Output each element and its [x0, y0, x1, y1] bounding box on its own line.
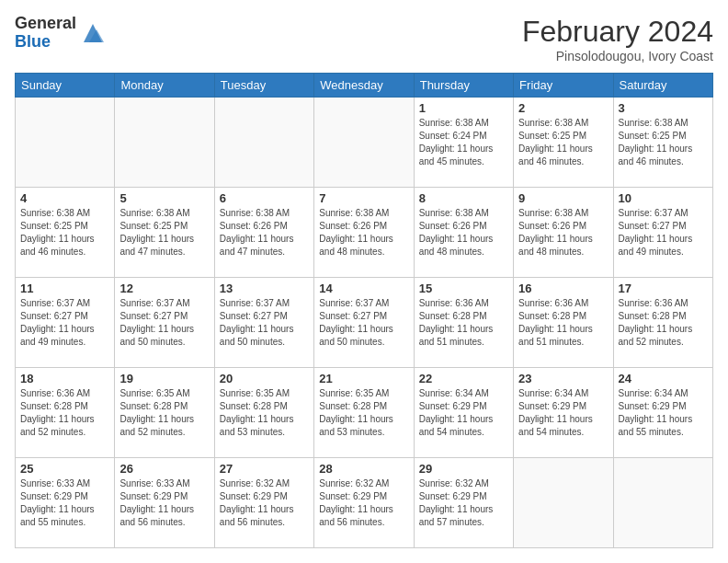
day-info: Sunrise: 6:38 AM Sunset: 6:26 PM Dayligh… [319, 207, 408, 259]
calendar-cell [314, 98, 414, 188]
day-number: 5 [119, 191, 209, 205]
day-number: 13 [220, 282, 309, 295]
day-info: Sunrise: 6:35 AM Sunset: 6:28 PM Dayligh… [319, 387, 408, 439]
day-info: Sunrise: 6:32 AM Sunset: 6:29 PM Dayligh… [419, 477, 508, 529]
calendar-cell: 16Sunrise: 6:36 AM Sunset: 6:28 PM Dayli… [514, 278, 613, 368]
calendar-cell: 29Sunrise: 6:32 AM Sunset: 6:29 PM Dayli… [414, 458, 513, 548]
day-info: Sunrise: 6:38 AM Sunset: 6:25 PM Dayligh… [119, 207, 209, 259]
week-row-3: 11Sunrise: 6:37 AM Sunset: 6:27 PM Dayli… [16, 278, 713, 368]
day-info: Sunrise: 6:33 AM Sunset: 6:29 PM Dayligh… [20, 477, 109, 529]
day-info: Sunrise: 6:37 AM Sunset: 6:27 PM Dayligh… [119, 297, 209, 349]
calendar-cell: 25Sunrise: 6:33 AM Sunset: 6:29 PM Dayli… [16, 458, 115, 548]
day-number: 1 [419, 101, 508, 115]
col-friday: Friday [514, 74, 613, 98]
day-info: Sunrise: 6:38 AM Sunset: 6:26 PM Dayligh… [518, 207, 608, 259]
col-wednesday: Wednesday [314, 74, 414, 98]
day-info: Sunrise: 6:36 AM Sunset: 6:28 PM Dayligh… [619, 297, 708, 349]
day-info: Sunrise: 6:38 AM Sunset: 6:26 PM Dayligh… [220, 207, 309, 259]
day-number: 4 [20, 191, 109, 205]
calendar-cell: 8Sunrise: 6:38 AM Sunset: 6:26 PM Daylig… [414, 188, 513, 278]
col-thursday: Thursday [414, 74, 513, 98]
day-number: 11 [20, 282, 109, 295]
calendar-cell: 17Sunrise: 6:36 AM Sunset: 6:28 PM Dayli… [613, 278, 712, 368]
day-info: Sunrise: 6:38 AM Sunset: 6:24 PM Dayligh… [419, 117, 508, 168]
day-info: Sunrise: 6:35 AM Sunset: 6:28 PM Dayligh… [119, 387, 209, 439]
calendar-header: Sunday Monday Tuesday Wednesday Thursday… [16, 74, 713, 98]
calendar-cell: 12Sunrise: 6:37 AM Sunset: 6:27 PM Dayli… [115, 278, 214, 368]
calendar-cell: 5Sunrise: 6:38 AM Sunset: 6:25 PM Daylig… [115, 188, 214, 278]
week-row-2: 4Sunrise: 6:38 AM Sunset: 6:25 PM Daylig… [16, 188, 713, 278]
day-info: Sunrise: 6:36 AM Sunset: 6:28 PM Dayligh… [20, 387, 109, 439]
calendar-table: Sunday Monday Tuesday Wednesday Thursday… [15, 73, 713, 548]
header: General Blue February 2024 Pinsolodougou… [15, 15, 713, 63]
logo-general-text: General [15, 15, 76, 33]
calendar-cell: 1Sunrise: 6:38 AM Sunset: 6:24 PM Daylig… [414, 98, 513, 188]
day-info: Sunrise: 6:37 AM Sunset: 6:27 PM Dayligh… [20, 297, 109, 349]
calendar-cell: 26Sunrise: 6:33 AM Sunset: 6:29 PM Dayli… [115, 458, 214, 548]
day-info: Sunrise: 6:38 AM Sunset: 6:26 PM Dayligh… [419, 207, 508, 259]
day-info: Sunrise: 6:37 AM Sunset: 6:27 PM Dayligh… [319, 297, 408, 349]
day-number: 9 [518, 191, 608, 205]
week-row-1: 1Sunrise: 6:38 AM Sunset: 6:24 PM Daylig… [16, 98, 713, 188]
day-number: 27 [220, 462, 309, 476]
day-number: 29 [419, 462, 508, 476]
calendar-cell: 13Sunrise: 6:37 AM Sunset: 6:27 PM Dayli… [214, 278, 313, 368]
day-info: Sunrise: 6:32 AM Sunset: 6:29 PM Dayligh… [319, 477, 408, 529]
calendar-cell: 15Sunrise: 6:36 AM Sunset: 6:28 PM Dayli… [414, 278, 513, 368]
col-saturday: Saturday [613, 74, 712, 98]
day-number: 2 [518, 101, 608, 115]
day-info: Sunrise: 6:38 AM Sunset: 6:25 PM Dayligh… [619, 117, 708, 168]
col-tuesday: Tuesday [214, 74, 313, 98]
col-monday: Monday [115, 74, 214, 98]
calendar-cell [214, 98, 313, 188]
page: General Blue February 2024 Pinsolodougou… [0, 0, 728, 563]
title-section: February 2024 Pinsolodougou, Ivory Coast [522, 15, 713, 63]
calendar-cell: 27Sunrise: 6:32 AM Sunset: 6:29 PM Dayli… [214, 458, 313, 548]
calendar-cell: 2Sunrise: 6:38 AM Sunset: 6:25 PM Daylig… [514, 98, 613, 188]
day-info: Sunrise: 6:36 AM Sunset: 6:28 PM Dayligh… [518, 297, 608, 349]
day-info: Sunrise: 6:35 AM Sunset: 6:28 PM Dayligh… [220, 387, 309, 439]
calendar-cell [514, 458, 613, 548]
calendar-cell: 24Sunrise: 6:34 AM Sunset: 6:29 PM Dayli… [613, 368, 712, 458]
calendar-cell: 3Sunrise: 6:38 AM Sunset: 6:25 PM Daylig… [613, 98, 712, 188]
day-number: 17 [619, 282, 708, 295]
day-info: Sunrise: 6:33 AM Sunset: 6:29 PM Dayligh… [119, 477, 209, 529]
day-info: Sunrise: 6:38 AM Sunset: 6:25 PM Dayligh… [20, 207, 109, 259]
day-number: 7 [319, 191, 408, 205]
logo-icon [80, 20, 106, 46]
day-number: 26 [119, 462, 209, 476]
calendar-cell: 7Sunrise: 6:38 AM Sunset: 6:26 PM Daylig… [314, 188, 414, 278]
calendar-cell: 19Sunrise: 6:35 AM Sunset: 6:28 PM Dayli… [115, 368, 214, 458]
day-number: 16 [518, 282, 608, 295]
week-row-5: 25Sunrise: 6:33 AM Sunset: 6:29 PM Dayli… [16, 458, 713, 548]
calendar-cell: 6Sunrise: 6:38 AM Sunset: 6:26 PM Daylig… [214, 188, 313, 278]
day-info: Sunrise: 6:34 AM Sunset: 6:29 PM Dayligh… [619, 387, 708, 439]
day-info: Sunrise: 6:38 AM Sunset: 6:25 PM Dayligh… [518, 117, 608, 168]
calendar-cell: 18Sunrise: 6:36 AM Sunset: 6:28 PM Dayli… [16, 368, 115, 458]
calendar-cell [115, 98, 214, 188]
day-info: Sunrise: 6:37 AM Sunset: 6:27 PM Dayligh… [619, 207, 708, 259]
day-info: Sunrise: 6:34 AM Sunset: 6:29 PM Dayligh… [518, 387, 608, 439]
calendar-cell: 9Sunrise: 6:38 AM Sunset: 6:26 PM Daylig… [514, 188, 613, 278]
calendar-cell: 14Sunrise: 6:37 AM Sunset: 6:27 PM Dayli… [314, 278, 414, 368]
day-number: 18 [20, 372, 109, 385]
logo-text: General Blue [15, 15, 76, 52]
day-info: Sunrise: 6:34 AM Sunset: 6:29 PM Dayligh… [419, 387, 508, 439]
calendar-cell: 23Sunrise: 6:34 AM Sunset: 6:29 PM Dayli… [514, 368, 613, 458]
header-row: Sunday Monday Tuesday Wednesday Thursday… [16, 74, 713, 98]
day-number: 22 [419, 372, 508, 385]
day-number: 8 [419, 191, 508, 205]
day-number: 19 [119, 372, 209, 385]
day-number: 24 [619, 372, 708, 385]
day-number: 12 [119, 282, 209, 295]
calendar-cell: 11Sunrise: 6:37 AM Sunset: 6:27 PM Dayli… [16, 278, 115, 368]
day-info: Sunrise: 6:36 AM Sunset: 6:28 PM Dayligh… [419, 297, 508, 349]
day-number: 6 [220, 191, 309, 205]
day-number: 21 [319, 372, 408, 385]
logo: General Blue [15, 15, 106, 52]
day-number: 20 [220, 372, 309, 385]
main-title: February 2024 [522, 15, 713, 49]
calendar-cell: 21Sunrise: 6:35 AM Sunset: 6:28 PM Dayli… [314, 368, 414, 458]
day-number: 28 [319, 462, 408, 476]
day-number: 14 [319, 282, 408, 295]
